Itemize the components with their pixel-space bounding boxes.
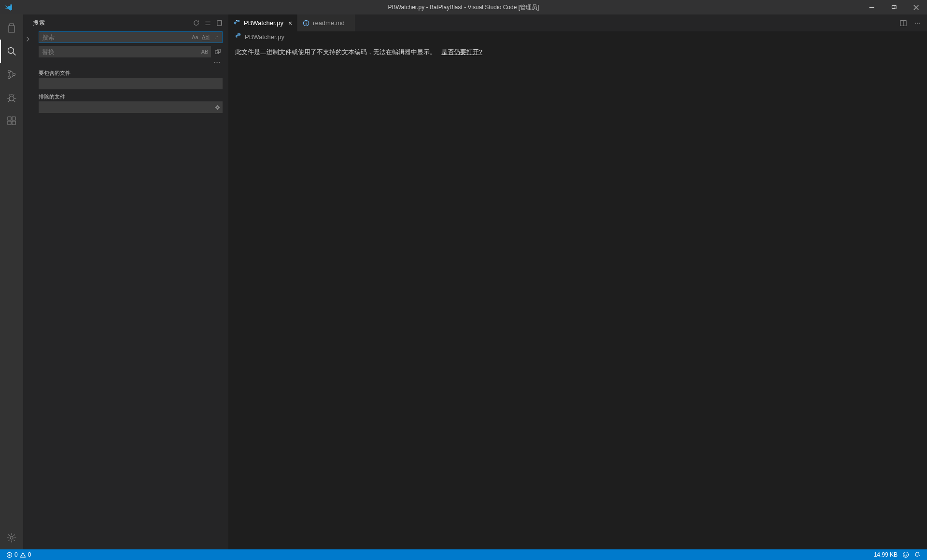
- binary-file-message: 此文件是二进制文件或使用了不支持的文本编码，无法在编辑器中显示。: [235, 48, 436, 56]
- more-actions-icon[interactable]: ···: [912, 17, 924, 29]
- replace-all-icon[interactable]: [213, 47, 223, 56]
- new-search-editor-icon[interactable]: [214, 18, 225, 28]
- open-anyway-link[interactable]: 是否仍要打开?: [441, 48, 482, 56]
- clear-results-icon[interactable]: [202, 18, 213, 28]
- svg-point-10: [10, 536, 13, 539]
- editor-content: 此文件是二进制文件或使用了不支持的文本编码，无法在编辑器中显示。 是否仍要打开?: [228, 42, 927, 549]
- status-feedback-icon[interactable]: [900, 549, 912, 560]
- svg-point-24: [906, 554, 907, 554]
- status-bar: 0 0 14.99 KB: [0, 549, 927, 560]
- include-input-row: [39, 78, 223, 89]
- svg-point-15: [236, 20, 236, 21]
- errors-count: 0: [14, 551, 18, 558]
- activity-source-control[interactable]: [0, 63, 23, 86]
- breadcrumb[interactable]: PBWatcher.py: [228, 31, 927, 42]
- exclude-label: 排除的文件: [39, 93, 223, 100]
- svg-point-22: [903, 552, 909, 558]
- vscode-icon: [0, 3, 17, 12]
- info-icon: [302, 19, 310, 27]
- exclude-input-row: [39, 101, 223, 113]
- status-filesize[interactable]: 14.99 KB: [871, 549, 900, 560]
- split-editor-icon[interactable]: [897, 17, 910, 29]
- include-label: 要包含的文件: [39, 70, 223, 77]
- sidebar-search: 搜索 Aa Abl .* AB: [23, 14, 228, 549]
- svg-point-23: [904, 554, 905, 554]
- maximize-button[interactable]: [883, 0, 905, 14]
- use-exclude-settings-icon[interactable]: [212, 104, 223, 111]
- titlebar: PBWatcher.py - BatPlayBlast - Visual Stu…: [0, 0, 927, 14]
- match-case-toggle[interactable]: Aa: [190, 32, 200, 42]
- python-icon: [233, 19, 241, 27]
- svg-point-17: [306, 21, 307, 22]
- svg-rect-6: [8, 117, 11, 120]
- window-title: PBWatcher.py - BatPlayBlast - Visual Stu…: [0, 3, 927, 12]
- activity-settings[interactable]: [0, 526, 23, 549]
- status-notifications-icon[interactable]: [912, 549, 923, 560]
- preserve-case-toggle[interactable]: AB: [200, 47, 210, 56]
- tab-label: PBWatcher.py: [244, 19, 283, 27]
- window-controls: [860, 0, 927, 14]
- sidebar-header: 搜索: [23, 14, 228, 31]
- sidebar-title: 搜索: [33, 19, 190, 27]
- breadcrumb-label: PBWatcher.py: [245, 33, 284, 41]
- activity-debug[interactable]: [0, 86, 23, 109]
- search-input[interactable]: [39, 32, 190, 42]
- search-input-row: Aa Abl .*: [39, 31, 223, 43]
- toggle-replace-icon[interactable]: [24, 34, 32, 44]
- minimize-button[interactable]: [860, 0, 883, 14]
- match-whole-word-toggle[interactable]: Abl: [201, 32, 211, 42]
- warnings-count: 0: [28, 551, 31, 558]
- close-button[interactable]: [905, 0, 927, 14]
- tabs-bar: PBWatcher.py × readme.md ···: [228, 14, 927, 31]
- editor-group: PBWatcher.py × readme.md ··· PBWatcher.p…: [228, 14, 927, 549]
- status-problems[interactable]: 0 0: [4, 549, 33, 560]
- activity-extensions[interactable]: [0, 109, 23, 132]
- activity-explorer[interactable]: [0, 16, 23, 40]
- svg-rect-8: [12, 121, 15, 125]
- toggle-search-details-icon[interactable]: ···: [212, 58, 223, 66]
- activity-bar: [0, 14, 23, 549]
- tab-pbwatcher[interactable]: PBWatcher.py ×: [228, 14, 297, 31]
- close-icon[interactable]: ×: [288, 19, 292, 27]
- python-icon: [235, 33, 242, 41]
- replace-input-row: AB: [39, 46, 211, 57]
- svg-rect-9: [12, 117, 15, 120]
- svg-rect-0: [892, 5, 895, 8]
- svg-point-20: [238, 33, 238, 34]
- include-input[interactable]: [39, 78, 223, 89]
- svg-point-5: [9, 96, 14, 101]
- regex-toggle[interactable]: .*: [211, 32, 221, 42]
- svg-rect-18: [306, 23, 306, 25]
- tab-label: readme.md: [313, 19, 345, 27]
- svg-rect-7: [8, 121, 11, 125]
- svg-point-14: [216, 106, 218, 108]
- exclude-input[interactable]: [39, 101, 212, 113]
- svg-rect-11: [217, 21, 221, 26]
- activity-search[interactable]: [0, 40, 23, 63]
- replace-input[interactable]: [39, 46, 200, 57]
- refresh-icon[interactable]: [191, 18, 201, 28]
- tab-readme[interactable]: readme.md: [297, 14, 355, 31]
